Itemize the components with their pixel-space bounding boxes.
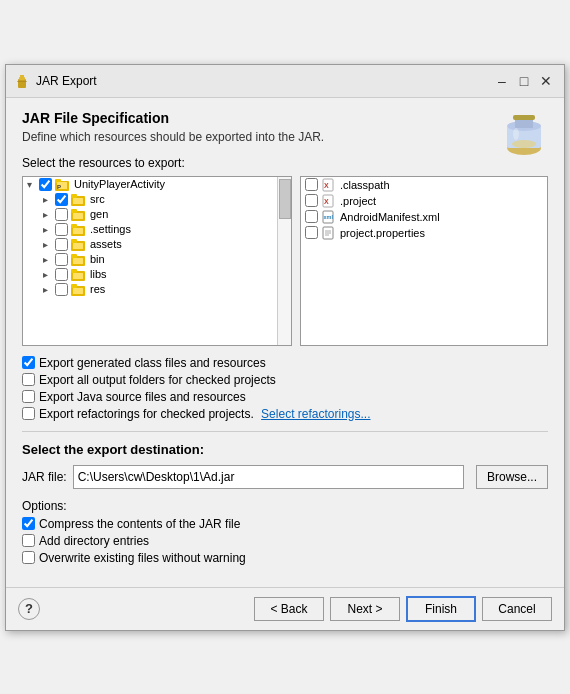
chevron-icon: ▾: [27, 179, 39, 190]
tree-label-manifest: AndroidManifest.xml: [340, 211, 440, 223]
folder-res-icon: [71, 283, 87, 295]
title-bar: JAR Export – □ ✕: [6, 65, 564, 98]
next-button[interactable]: Next >: [330, 597, 400, 621]
export-option-4-label: Export refactorings for checked projects…: [39, 407, 257, 421]
svg-text:X: X: [324, 182, 329, 189]
separator-1: [22, 431, 548, 432]
tree-checkbox-bin[interactable]: [55, 253, 68, 266]
tree-item-src[interactable]: ▸ src: [23, 192, 277, 207]
tree-checkbox-assets[interactable]: [55, 238, 68, 251]
export-option-1-checkbox[interactable]: [22, 356, 35, 369]
project-file-icon: X: [321, 194, 337, 208]
dialog-title: JAR Export: [36, 74, 97, 88]
overwrite-label: Overwrite existing files without warning: [39, 551, 246, 565]
tree-item-res[interactable]: ▸ res: [23, 282, 277, 297]
tree-item-properties[interactable]: project.properties: [301, 225, 547, 241]
export-option-3-row: Export Java source files and resources: [22, 390, 548, 404]
chevron-icon: ▸: [43, 254, 55, 265]
export-option-1-label: Export generated class files and resourc…: [39, 356, 266, 370]
tree-checkbox-project[interactable]: [305, 194, 318, 207]
export-option-4-row: Export refactorings for checked projects…: [22, 407, 548, 421]
directory-checkbox[interactable]: [22, 534, 35, 547]
overwrite-checkbox[interactable]: [22, 551, 35, 564]
tree-item-manifest[interactable]: xml AndroidManifest.xml: [301, 209, 547, 225]
compress-checkbox[interactable]: [22, 517, 35, 530]
project-icon: P: [55, 178, 71, 190]
compress-option-row: Compress the contents of the JAR file: [22, 517, 548, 531]
options-section-label: Options:: [22, 499, 548, 513]
svg-rect-8: [513, 115, 535, 120]
back-button[interactable]: < Back: [254, 597, 324, 621]
tree-checkbox-manifest[interactable]: [305, 210, 318, 223]
chevron-icon: ▸: [43, 284, 55, 295]
tree-item-assets[interactable]: ▸ assets: [23, 237, 277, 252]
right-tree-box[interactable]: X .classpath X .project: [300, 176, 548, 346]
tree-label-gen: gen: [90, 208, 108, 220]
close-button[interactable]: ✕: [536, 71, 556, 91]
export-option-2-checkbox[interactable]: [22, 373, 35, 386]
svg-rect-28: [71, 254, 77, 258]
jar-title-icon: [14, 73, 30, 89]
tree-label-src: src: [90, 193, 105, 205]
svg-rect-34: [71, 284, 77, 288]
folder-libs-icon: [71, 268, 87, 280]
tree-checkbox-properties[interactable]: [305, 226, 318, 239]
svg-rect-29: [73, 258, 83, 264]
tree-panels: ▾ P UnityPlayerActivity: [22, 176, 548, 346]
tree-item-libs[interactable]: ▸ libs: [23, 267, 277, 282]
tree-item-root[interactable]: ▾ P UnityPlayerActivity: [23, 177, 277, 192]
help-button[interactable]: ?: [18, 598, 40, 620]
dialog-header-desc: Define which resources should be exporte…: [22, 130, 548, 144]
tree-checkbox-libs[interactable]: [55, 268, 68, 281]
svg-text:X: X: [324, 198, 329, 205]
jar-file-input[interactable]: [73, 465, 464, 489]
svg-rect-32: [73, 273, 83, 279]
tree-label-res: res: [90, 283, 105, 295]
left-tree-scrollbar[interactable]: [277, 177, 291, 345]
tree-item-bin[interactable]: ▸ bin: [23, 252, 277, 267]
dialog-header-title: JAR File Specification: [22, 110, 548, 126]
minimize-button[interactable]: –: [492, 71, 512, 91]
svg-rect-0: [18, 79, 26, 88]
tree-label-libs: libs: [90, 268, 107, 280]
tree-section-label: Select the resources to export:: [22, 156, 548, 170]
svg-rect-31: [71, 269, 77, 273]
tree-checkbox-settings[interactable]: [55, 223, 68, 236]
tree-item-settings[interactable]: ▸ .settings: [23, 222, 277, 237]
browse-button[interactable]: Browse...: [476, 465, 548, 489]
svg-text:xml: xml: [324, 214, 334, 220]
svg-rect-26: [73, 243, 83, 249]
tree-checkbox-root[interactable]: [39, 178, 52, 191]
svg-rect-23: [73, 228, 83, 234]
finish-button[interactable]: Finish: [406, 596, 476, 622]
chevron-icon: ▸: [43, 224, 55, 235]
tree-checkbox-res[interactable]: [55, 283, 68, 296]
bottom-bar: ? < Back Next > Finish Cancel: [6, 587, 564, 630]
tree-label-classpath: .classpath: [340, 179, 390, 191]
svg-rect-25: [71, 239, 77, 243]
tree-checkbox-gen[interactable]: [55, 208, 68, 221]
jar-icon: [500, 106, 548, 159]
export-option-3-checkbox[interactable]: [22, 390, 35, 403]
chevron-icon: ▸: [43, 194, 55, 205]
tree-checkbox-src[interactable]: [55, 193, 68, 206]
scrollbar-thumb[interactable]: [279, 179, 291, 219]
tree-item-project[interactable]: X .project: [301, 193, 547, 209]
left-tree-box[interactable]: ▾ P UnityPlayerActivity: [22, 176, 292, 346]
tree-item-gen[interactable]: ▸ gen: [23, 207, 277, 222]
directory-label: Add directory entries: [39, 534, 149, 548]
cancel-button[interactable]: Cancel: [482, 597, 552, 621]
jar-file-label: JAR file:: [22, 470, 67, 484]
export-option-4-checkbox[interactable]: [22, 407, 35, 420]
title-bar-controls: – □ ✕: [492, 71, 556, 91]
folder-src-icon: [71, 193, 87, 205]
maximize-button[interactable]: □: [514, 71, 534, 91]
tree-label-assets: assets: [90, 238, 122, 250]
export-option-3-label: Export Java source files and resources: [39, 390, 246, 404]
select-refactorings-link[interactable]: Select refactorings...: [261, 407, 370, 421]
compress-label: Compress the contents of the JAR file: [39, 517, 240, 531]
jar-export-dialog: JAR Export – □ ✕: [5, 64, 565, 631]
folder-bin-icon: [71, 253, 87, 265]
tree-item-classpath[interactable]: X .classpath: [301, 177, 547, 193]
tree-checkbox-classpath[interactable]: [305, 178, 318, 191]
